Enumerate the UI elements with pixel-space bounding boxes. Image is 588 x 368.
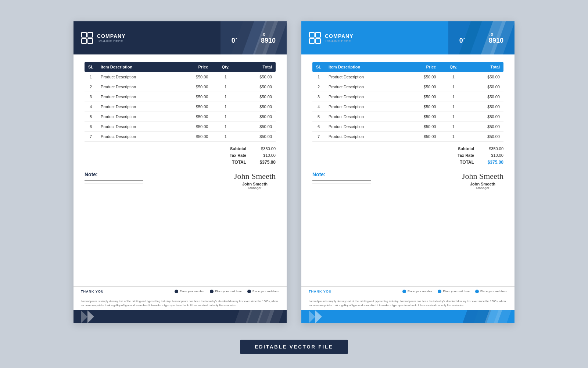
row-sl: 5 bbox=[85, 112, 97, 122]
subtotal-label: Subtotal bbox=[220, 146, 246, 151]
note-line-3 bbox=[85, 187, 143, 187]
row-qty: 1 bbox=[440, 92, 467, 102]
total-value: $375.00 bbox=[254, 160, 276, 165]
total-value-blue: $375.00 bbox=[481, 160, 503, 165]
th-total-blue: Total bbox=[467, 62, 503, 72]
row-desc: Product Description bbox=[325, 102, 404, 112]
row-desc: Product Description bbox=[325, 72, 404, 82]
chevron-blue-2 bbox=[315, 310, 322, 323]
footer-phone-blue: Place your number bbox=[402, 290, 432, 293]
subtotal-row-blue: Subtotal $350.00 bbox=[448, 145, 503, 152]
row-qty: 1 bbox=[440, 72, 467, 82]
invoice-dark: COMPANY TAGLINE HERE Invoice No 01234567… bbox=[74, 21, 287, 323]
row-desc: Product Description bbox=[325, 112, 404, 122]
footer-phone: Place your number bbox=[175, 290, 204, 293]
row-qty: 1 bbox=[212, 102, 239, 112]
row-sl: 1 bbox=[312, 72, 325, 82]
company-name: COMPANY bbox=[97, 33, 126, 39]
invoice-footer-dark: THANK YOU Place your number Place your m… bbox=[74, 286, 287, 323]
row-sl: 5 bbox=[312, 112, 325, 122]
footer-lorem-dark: Lorem Ipsum is simply dummy text of the … bbox=[74, 296, 287, 311]
row-price: $50.00 bbox=[176, 102, 212, 112]
footer-bars-blue bbox=[456, 310, 514, 323]
svg-rect-1 bbox=[88, 32, 93, 37]
invoice-footer-blue: THANK YOU Place your number Place your m… bbox=[301, 286, 514, 323]
note-line-2-blue bbox=[312, 184, 371, 184]
footer-deco-dark bbox=[74, 310, 287, 323]
table-row: 7 Product Description $50.00 1 $50.00 bbox=[312, 132, 503, 142]
invoices-container: COMPANY TAGLINE HERE Invoice No 01234567… bbox=[7, 21, 581, 323]
note-left: Note: bbox=[85, 171, 234, 187]
footer-email-blue: Place your mail here bbox=[438, 290, 470, 293]
invoice-table-dark: SL Item Description Price Qty. Total 1 P… bbox=[85, 62, 276, 142]
chevron-1 bbox=[81, 310, 87, 323]
row-sl: 1 bbox=[85, 72, 97, 82]
invoice-blue: COMPANY TAGLINE HERE Invoice No 01234567… bbox=[301, 21, 514, 323]
footer-thankyou: THANK YOU bbox=[81, 290, 104, 293]
row-price: $50.00 bbox=[176, 72, 212, 82]
web-icon bbox=[247, 290, 251, 293]
table-row: 2 Product Description $50.00 1 $50.00 bbox=[312, 82, 503, 92]
footer-chevrons-blue bbox=[309, 310, 322, 323]
row-sl: 3 bbox=[312, 92, 325, 102]
footer-web-blue: Place your web here bbox=[475, 290, 507, 293]
row-desc: Product Description bbox=[325, 82, 404, 92]
row-price: $50.00 bbox=[176, 132, 212, 142]
row-sl: 4 bbox=[85, 102, 97, 112]
row-total: $50.00 bbox=[239, 82, 276, 92]
phone-icon-blue bbox=[402, 290, 406, 293]
th-sl-blue: SL bbox=[312, 62, 325, 72]
row-sl: 6 bbox=[85, 122, 97, 132]
row-sl: 6 bbox=[312, 122, 325, 132]
signature-title-blue: Manager bbox=[462, 186, 503, 190]
row-qty: 1 bbox=[440, 112, 467, 122]
row-desc: Product Description bbox=[325, 92, 404, 102]
th-sl: SL bbox=[85, 62, 97, 72]
company-tagline-blue: TAGLINE HERE bbox=[325, 39, 354, 43]
row-price: $50.00 bbox=[176, 82, 212, 92]
table-row: 3 Product Description $50.00 1 $50.00 bbox=[312, 92, 503, 102]
row-total: $50.00 bbox=[467, 132, 503, 142]
invoice-body-dark: SL Item Description Price Qty. Total 1 P… bbox=[74, 54, 287, 286]
total-row-blue: TOTAL $375.00 bbox=[448, 159, 503, 166]
signature-title: Manager bbox=[234, 186, 276, 190]
signature-section-blue: John Smeeth John Smeeth Manager bbox=[462, 171, 503, 190]
footer-bars bbox=[228, 310, 287, 323]
total-label: TOTAL bbox=[220, 160, 246, 165]
note-title-dark: Note: bbox=[85, 171, 234, 177]
phone-icon bbox=[175, 290, 178, 293]
row-sl: 2 bbox=[312, 82, 325, 92]
header-decorations bbox=[228, 21, 287, 54]
row-qty: 1 bbox=[440, 102, 467, 112]
row-sl: 7 bbox=[312, 132, 325, 142]
tax-row-blue: Tax Rate $10.00 bbox=[448, 152, 503, 159]
row-sl: 4 bbox=[312, 102, 325, 112]
signature-script-blue: John Smeeth bbox=[462, 171, 503, 181]
footer-contact-blue: THANK YOU Place your number Place your m… bbox=[301, 286, 514, 296]
tax-label: Tax Rate bbox=[220, 153, 246, 158]
footer-chevrons bbox=[81, 310, 94, 323]
table-row: 5 Product Description $50.00 1 $50.00 bbox=[312, 112, 503, 122]
note-line-3-blue bbox=[312, 187, 371, 187]
company-logo-icon-blue bbox=[309, 32, 321, 44]
table-row: 3 Product Description $50.00 1 $50.00 bbox=[85, 92, 276, 102]
subtotal-value: $350.00 bbox=[254, 146, 276, 151]
note-section-dark: Note: John Smeeth John Smeeth Manager bbox=[85, 171, 276, 190]
row-qty: 1 bbox=[440, 82, 467, 92]
row-desc: Product Description bbox=[97, 102, 176, 112]
row-price: $50.00 bbox=[404, 122, 440, 132]
svg-rect-4 bbox=[309, 32, 314, 37]
phone-text-blue: Place your number bbox=[408, 290, 432, 293]
footer-thankyou-blue: THANK YOU bbox=[309, 290, 331, 293]
footer-deco-blue bbox=[301, 310, 514, 323]
row-desc: Product Description bbox=[97, 82, 176, 92]
note-line-2 bbox=[85, 184, 143, 184]
footer-email: Place your mail here bbox=[210, 290, 242, 293]
row-price: $50.00 bbox=[176, 92, 212, 102]
th-price-blue: Price bbox=[404, 62, 440, 72]
row-desc: Product Description bbox=[97, 112, 176, 122]
email-icon bbox=[210, 290, 214, 293]
row-total: $50.00 bbox=[239, 112, 276, 122]
totals-section-blue: Subtotal $350.00 Tax Rate $10.00 TOTAL $… bbox=[312, 145, 503, 166]
note-lines-blue bbox=[312, 180, 462, 187]
